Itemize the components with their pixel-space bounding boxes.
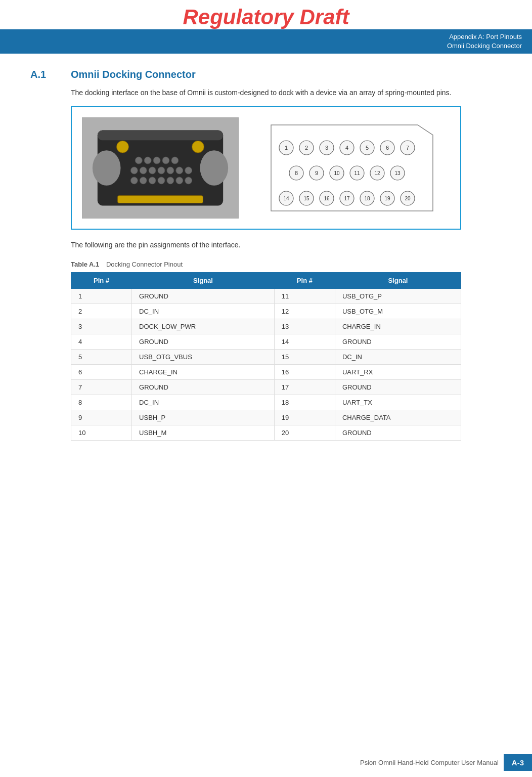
svg-point-11 — [171, 157, 179, 164]
section-heading: A.1 Omnii Docking Connector — [30, 69, 502, 80]
svg-point-6 — [192, 141, 204, 153]
connector-image-container: 1 2 3 4 5 6 7 8 — [71, 106, 461, 230]
pin-signal: GROUND — [132, 289, 275, 304]
pin-number: 18 — [274, 395, 335, 410]
svg-point-8 — [144, 157, 151, 164]
connector-photo — [82, 117, 239, 219]
svg-point-13 — [140, 167, 147, 174]
svg-point-3 — [93, 151, 121, 186]
pin-number: 6 — [71, 365, 132, 380]
svg-text:5: 5 — [366, 145, 369, 151]
appendix-label: Appendix A: Port Pinouts — [10, 32, 522, 41]
pin-diagram-svg: 1 2 3 4 5 6 7 8 — [266, 120, 438, 216]
pin-number: 3 — [71, 319, 132, 334]
pin-signal: CHARGE_IN — [335, 319, 461, 334]
pin-signal: DC_IN — [132, 304, 275, 319]
svg-text:13: 13 — [394, 170, 401, 176]
svg-text:3: 3 — [325, 145, 328, 151]
pin-number: 19 — [274, 410, 335, 425]
svg-text:18: 18 — [364, 196, 370, 201]
svg-point-9 — [153, 157, 160, 164]
section-number: A.1 — [30, 69, 61, 80]
svg-text:20: 20 — [405, 196, 411, 201]
svg-point-7 — [135, 157, 142, 164]
pin-diagram: 1 2 3 4 5 6 7 8 — [254, 120, 450, 216]
pin-signal: GROUND — [335, 334, 461, 350]
section-label: Omnii Docking Connector — [10, 41, 522, 51]
table-row: 10USBH_M20GROUND — [71, 425, 461, 441]
svg-rect-2 — [98, 131, 223, 141]
section-title: Omnii Docking Connector — [71, 69, 196, 80]
pin-table: Pin # Signal Pin # Signal 1GROUND11USB_O… — [71, 272, 461, 441]
pin-number: 15 — [274, 350, 335, 365]
pin-number: 9 — [71, 410, 132, 425]
table-label: Table A.1 — [71, 261, 99, 268]
svg-point-18 — [185, 167, 192, 174]
pin-signal: UART_RX — [335, 365, 461, 380]
pin-signal: DC_IN — [335, 350, 461, 365]
svg-point-25 — [185, 177, 192, 184]
table-row: 3DOCK_LOW_PWR13CHARGE_IN — [71, 319, 461, 334]
svg-point-22 — [158, 177, 165, 184]
footer-text: Psion Omnii Hand-Held Computer User Manu… — [360, 759, 499, 766]
pin-signal: USBH_M — [132, 425, 275, 441]
pin-signal: USB_OTG_P — [335, 289, 461, 304]
pin-number: 4 — [71, 334, 132, 350]
main-content: A.1 Omnii Docking Connector The docking … — [0, 54, 532, 456]
pin-signal: CHARGE_DATA — [335, 410, 461, 425]
svg-text:10: 10 — [334, 170, 340, 176]
pin-number: 2 — [71, 304, 132, 319]
svg-text:17: 17 — [344, 196, 350, 201]
pin-number: 7 — [71, 380, 132, 395]
svg-point-5 — [117, 141, 129, 153]
svg-text:19: 19 — [384, 196, 390, 201]
svg-point-16 — [167, 167, 174, 174]
intro-text: The docking interface on the base of Omn… — [71, 88, 502, 98]
svg-point-19 — [130, 177, 138, 184]
table-row: 1GROUND11USB_OTG_P — [71, 289, 461, 304]
pin-signal: USB_OTG_M — [335, 304, 461, 319]
table-row: 9USBH_P19CHARGE_DATA — [71, 410, 461, 425]
page-footer: Psion Omnii Hand-Held Computer User Manu… — [0, 748, 532, 777]
pin-signal: USBH_P — [132, 410, 275, 425]
svg-point-21 — [149, 177, 156, 184]
pin-number: 11 — [274, 289, 335, 304]
pin-number: 13 — [274, 319, 335, 334]
svg-point-23 — [167, 177, 174, 184]
pin-number: 12 — [274, 304, 335, 319]
svg-text:4: 4 — [345, 145, 348, 151]
svg-text:12: 12 — [374, 170, 380, 176]
pin-number: 5 — [71, 350, 132, 365]
table-row: 4GROUND14GROUND — [71, 334, 461, 350]
page-header: Regulatory Draft — [0, 0, 532, 29]
pin-signal: GROUND — [335, 380, 461, 395]
pin-signal: DOCK_LOW_PWR — [132, 319, 275, 334]
svg-text:7: 7 — [406, 145, 409, 151]
table-row: 6CHARGE_IN16UART_RX — [71, 365, 461, 380]
svg-text:9: 9 — [315, 170, 318, 176]
pin-signal: DC_IN — [132, 395, 275, 410]
pin-number: 20 — [274, 425, 335, 441]
page-number-badge: A-3 — [504, 754, 532, 771]
pin-number: 14 — [274, 334, 335, 350]
svg-text:16: 16 — [324, 196, 330, 201]
col-pin2: Pin # — [274, 273, 335, 289]
pin-number: 17 — [274, 380, 335, 395]
followup-text: The following are the pin assignments of… — [71, 240, 502, 250]
table-row: 8DC_IN18UART_TX — [71, 395, 461, 410]
svg-text:11: 11 — [354, 170, 360, 176]
pin-signal: GROUND — [132, 334, 275, 350]
col-pin1: Pin # — [71, 273, 132, 289]
pin-number: 10 — [71, 425, 132, 441]
pin-number: 16 — [274, 365, 335, 380]
header-bar: Appendix A: Port Pinouts Omnii Docking C… — [0, 29, 532, 54]
table-row: 7GROUND17GROUND — [71, 380, 461, 395]
svg-text:15: 15 — [303, 196, 309, 201]
svg-point-20 — [140, 177, 147, 184]
pin-signal: GROUND — [335, 425, 461, 441]
svg-point-14 — [149, 167, 156, 174]
table-caption-text: Docking Connector Pinout — [106, 261, 183, 268]
pin-signal: UART_TX — [335, 395, 461, 410]
col-signal1: Signal — [132, 273, 275, 289]
svg-text:2: 2 — [305, 145, 308, 151]
